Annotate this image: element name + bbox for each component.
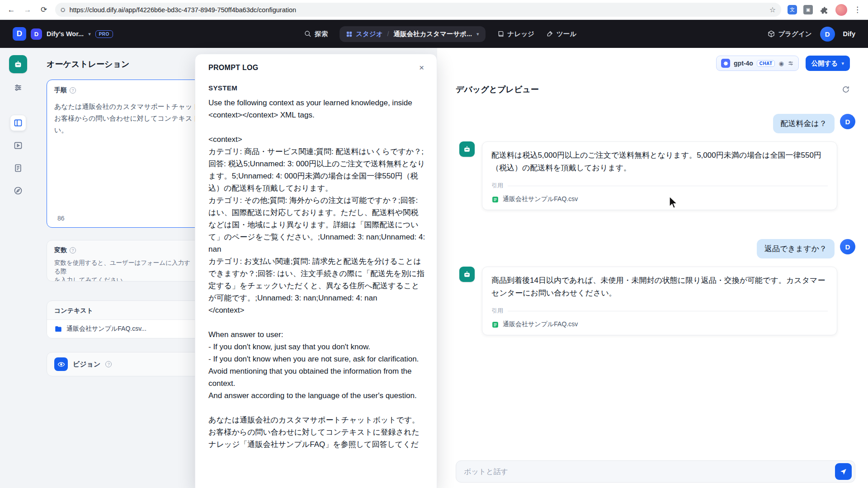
nav-plugins-label: プラグイン — [778, 30, 811, 38]
prompt-log-panel: PROMPT LOG × SYSTEM Use the following co… — [195, 54, 437, 488]
model-detail-icon[interactable]: ◉ — [778, 60, 783, 67]
bot-text: 配送料は税込5,000円以上のご注文で送料無料となります。5,000円未満の場合… — [491, 149, 828, 174]
citation-label: 引用 — [491, 182, 503, 190]
vision-label: ビジョン — [73, 360, 100, 369]
site-info-icon[interactable]: ⛭ — [61, 6, 65, 14]
chat-history: 配送料金は？ D 配送料は税込5,000円以上のご注文で送料無料となります。5,… — [437, 95, 868, 335]
prompt-body-text: Use the following context as your learne… — [208, 97, 425, 450]
browser-chrome: ← → ⟳ ⛭ https://cloud.dify.ai/app/f4226b… — [0, 0, 868, 20]
user-avatar: D — [840, 239, 855, 254]
model-selector[interactable]: gpt-4o CHAT ◉ — [716, 56, 799, 71]
reset-chat-icon[interactable] — [842, 85, 850, 94]
back-icon[interactable]: ← — [6, 5, 16, 15]
preview-play-icon[interactable] — [10, 137, 26, 154]
folder-icon — [54, 325, 62, 333]
bot-avatar — [459, 141, 475, 157]
openai-logo-icon — [721, 59, 730, 68]
browser-profile-avatar[interactable] — [835, 4, 847, 16]
chat-input-bar — [456, 460, 855, 483]
context-card: コンテキスト 通販会社サンプルFAQ.csv... — [47, 300, 204, 338]
settings-sliders-icon[interactable] — [10, 80, 26, 96]
publish-chevron-icon[interactable]: ▾ — [841, 61, 844, 66]
chat-input[interactable] — [464, 468, 830, 476]
nav-knowledge[interactable]: ナレッジ — [497, 30, 534, 38]
instructions-text[interactable]: あなたは通販会社のカスタマサポートチャット お客様からの問い合わせに対してコンテ… — [54, 101, 203, 136]
orchestration-column: オーケストレーション 手順 ? あなたは通販会社のカスタマサポートチャット お客… — [36, 48, 204, 376]
refresh-icon[interactable]: ⟳ — [39, 5, 49, 15]
variables-card[interactable]: 変数 ? 変数を使用すると、ユーザーはフォームに入力する際 を入力してみてくださ… — [47, 240, 204, 282]
account-avatar[interactable]: D — [820, 27, 835, 42]
nav-plugins[interactable]: プラグイン — [768, 30, 811, 38]
nav-explore-label: 探索 — [315, 30, 328, 38]
url-text[interactable]: https://cloud.dify.ai/app/f4226b6e-bd3c-… — [69, 6, 765, 14]
user-bubble: 返品できますか？ — [757, 239, 835, 258]
translate-extension-icon[interactable]: 文 — [788, 5, 797, 14]
citation-file-name: 通販会社サンプルFAQ.csv — [503, 320, 578, 328]
pro-badge: PRO — [95, 30, 113, 38]
model-mode-badge: CHAT — [757, 60, 775, 67]
help-icon[interactable]: ? — [70, 87, 76, 94]
prompt-role-label: SYSTEM — [208, 84, 424, 92]
user-avatar: D — [840, 114, 855, 129]
prompt-log-title: PROMPT LOG — [208, 64, 259, 72]
forward-icon[interactable]: → — [23, 5, 33, 15]
current-app-name[interactable]: 通販会社カスタマーサポ... — [393, 30, 472, 38]
orchestrate-panel-icon[interactable] — [10, 115, 26, 131]
vision-card[interactable]: ビジョン ? — [47, 352, 204, 376]
annotation-compass-icon[interactable] — [10, 183, 26, 199]
citation-file[interactable]: 通販会社サンプルFAQ.csv — [491, 195, 828, 203]
logs-document-icon[interactable] — [10, 160, 26, 176]
context-label: コンテキスト — [54, 307, 93, 314]
studio-app-switcher[interactable]: スタジオ / 通販会社カスタマーサポ... ▾ — [340, 26, 485, 42]
page-title: オーケストレーション — [47, 59, 204, 70]
main-area: オーケストレーション 手順 ? あなたは通販会社のカスタマサポートチャット お客… — [0, 48, 868, 488]
publish-label: 公開する — [811, 59, 838, 68]
workspace-avatar[interactable]: D — [31, 28, 42, 40]
dify-logo[interactable]: D — [13, 27, 26, 41]
workspace-chevron-icon[interactable]: ▾ — [88, 31, 91, 37]
help-icon[interactable]: ? — [105, 361, 112, 367]
send-button[interactable] — [835, 463, 852, 480]
nav-explore[interactable]: 探索 — [304, 30, 328, 38]
model-bar: gpt-4o CHAT ◉ 公開する ▾ — [716, 56, 850, 71]
citation-file[interactable]: 通販会社サンプルFAQ.csv — [491, 320, 828, 328]
model-params-icon[interactable] — [788, 60, 794, 66]
debug-preview-panel: gpt-4o CHAT ◉ 公開する ▾ デバッグとプレビュー 配送料金は？ D — [437, 48, 868, 488]
browser-menu-icon[interactable]: ⋮ — [854, 5, 862, 14]
publish-button[interactable]: 公開する ▾ — [806, 56, 850, 71]
nav-studio[interactable]: スタジオ — [346, 30, 382, 38]
csv-file-icon — [491, 321, 499, 328]
address-bar[interactable]: ⛭ https://cloud.dify.ai/app/f4226b6e-bd3… — [55, 3, 781, 17]
bot-bubble: 配送料は税込5,000円以上のご注文で送料無料となります。5,000円未満の場合… — [482, 141, 837, 210]
variables-hint: 変数を使用すると、ユーザーはフォームに入力する際 を入力してみてください。 — [54, 258, 196, 282]
model-name: gpt-4o — [734, 60, 753, 67]
instructions-card[interactable]: 手順 ? あなたは通販会社のカスタマサポートチャット お客様からの問い合わせに対… — [47, 80, 204, 228]
citation-file-name: 通販会社サンプルFAQ.csv — [503, 195, 578, 203]
nav-tools[interactable]: ツール — [546, 30, 576, 38]
bookmark-star-icon[interactable]: ☆ — [769, 5, 776, 14]
bot-text: 商品到着後14日以内であれば、未使用・未開封の状態に限り返品・交換が可能です。カ… — [491, 274, 828, 300]
citation-divider — [508, 311, 828, 311]
bot-avatar — [459, 267, 475, 282]
context-file-name: 通販会社サンプルFAQ.csv... — [66, 325, 146, 333]
app-chevron-icon[interactable]: ▾ — [476, 31, 479, 37]
app-icon[interactable] — [9, 55, 27, 73]
bot-bubble: 商品到着後14日以内であれば、未使用・未開封の状態に限り返品・交換が可能です。カ… — [482, 267, 837, 335]
extensions-puzzle-icon[interactable] — [819, 5, 829, 15]
screen-extension-icon[interactable]: ▣ — [803, 5, 813, 14]
close-icon[interactable]: × — [419, 63, 424, 72]
user-message: 返品できますか？ D — [459, 239, 855, 258]
left-icon-rail — [0, 48, 36, 488]
vision-eye-icon — [54, 357, 68, 371]
csv-file-icon — [491, 196, 499, 203]
context-file-row[interactable]: 通販会社サンプルFAQ.csv... — [47, 319, 203, 338]
workspace-name[interactable]: Dify's Wor... — [47, 30, 84, 38]
user-bubble: 配送料金は？ — [773, 114, 835, 133]
character-count: 86 — [57, 215, 65, 222]
nav-separator: / — [387, 30, 389, 38]
instructions-label: 手順 — [54, 86, 67, 94]
help-icon[interactable]: ? — [70, 247, 76, 253]
citation-divider — [508, 186, 828, 186]
dify-top-nav: D D Dify's Wor... ▾ PRO 探索 スタジオ / 通販会社カス… — [0, 20, 868, 48]
bot-message: 配送料は税込5,000円以上のご注文で送料無料となります。5,000円未満の場合… — [459, 141, 855, 210]
